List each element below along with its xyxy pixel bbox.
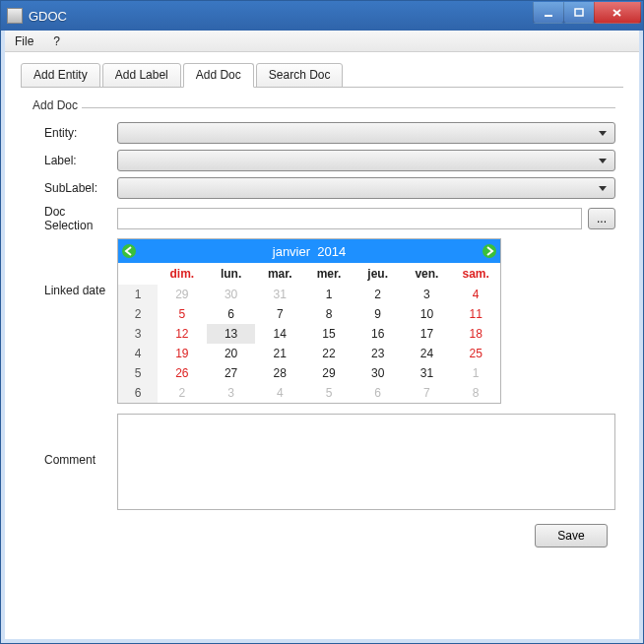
cal-day-cell[interactable]: 17 (403, 324, 452, 344)
maximize-button[interactable] (563, 2, 595, 24)
cal-week-number: 4 (118, 344, 158, 363)
cal-day-cell[interactable]: 5 (158, 304, 207, 324)
cal-day-cell[interactable]: 9 (354, 304, 403, 324)
cal-day-header: mar. (255, 263, 304, 285)
menubar: File ? (5, 31, 639, 52)
cal-day-cell[interactable]: 18 (451, 324, 500, 344)
app-window: GDOC File ? Add Entity Add Label Add Doc… (0, 0, 644, 644)
browse-button[interactable]: ... (588, 208, 615, 229)
panel-title: Add Doc (29, 98, 82, 112)
tab-add-doc[interactable]: Add Doc (183, 63, 254, 88)
titlebar[interactable]: GDOC (1, 1, 643, 31)
cal-day-cell[interactable]: 7 (403, 383, 452, 403)
sublabel-combo[interactable] (117, 177, 615, 199)
cal-day-header: ven. (403, 263, 452, 285)
cal-year: 2014 (317, 244, 346, 259)
cal-week-number: 5 (118, 363, 158, 383)
cal-day-cell[interactable]: 12 (158, 324, 207, 344)
cal-week-number: 2 (118, 304, 158, 324)
cal-month: janvier (273, 244, 310, 259)
cal-day-cell[interactable]: 7 (255, 304, 304, 324)
entity-label: Entity: (29, 126, 117, 140)
cal-next-button[interactable] (479, 240, 500, 262)
cal-day-cell[interactable]: 1 (451, 363, 500, 383)
cal-day-cell[interactable]: 29 (158, 285, 207, 304)
cal-day-cell[interactable]: 23 (354, 344, 403, 363)
cal-day-cell[interactable]: 27 (207, 363, 256, 383)
cal-day-cell[interactable]: 10 (403, 304, 452, 324)
cal-day-cell[interactable]: 30 (354, 363, 403, 383)
cal-day-cell[interactable]: 19 (158, 344, 207, 363)
tab-add-entity[interactable]: Add Entity (21, 63, 100, 88)
cal-day-cell[interactable]: 4 (451, 285, 500, 304)
cal-day-cell[interactable]: 30 (207, 285, 256, 304)
window-title: GDOC (29, 9, 534, 24)
cal-day-header: mer. (304, 263, 354, 285)
cal-day-cell[interactable]: 13 (207, 324, 256, 344)
docsel-label: Doc Selection (29, 205, 117, 232)
cal-day-cell[interactable]: 2 (354, 285, 403, 304)
cal-prev-button[interactable] (118, 240, 140, 262)
menu-file[interactable]: File (5, 32, 43, 50)
minimize-button[interactable] (533, 2, 564, 24)
tab-search-doc[interactable]: Search Doc (256, 63, 344, 88)
cal-day-cell[interactable]: 3 (207, 383, 256, 403)
cal-day-cell[interactable]: 5 (304, 383, 354, 403)
svg-rect-0 (545, 15, 552, 17)
cal-day-cell[interactable]: 20 (207, 344, 256, 363)
cal-day-header: jeu. (354, 263, 403, 285)
cal-day-cell[interactable]: 25 (451, 344, 500, 363)
linkeddate-label: Linked date (29, 238, 117, 297)
save-button[interactable]: Save (535, 524, 608, 547)
cal-week-number: 3 (118, 324, 158, 344)
tab-add-label[interactable]: Add Label (102, 63, 181, 88)
cal-day-cell[interactable]: 8 (304, 304, 354, 324)
cal-day-cell[interactable]: 6 (354, 383, 403, 403)
cal-weeknum-header (118, 263, 158, 285)
cal-day-cell[interactable]: 21 (255, 344, 304, 363)
cal-day-cell[interactable]: 1 (304, 285, 354, 304)
cal-day-cell[interactable]: 8 (451, 383, 500, 403)
cal-day-header: lun. (207, 263, 256, 285)
cal-day-cell[interactable]: 14 (255, 324, 304, 344)
cal-week-number: 1 (118, 285, 158, 304)
docsel-input[interactable] (117, 208, 582, 229)
label-label: Label: (29, 154, 117, 167)
cal-day-cell[interactable]: 31 (403, 363, 452, 383)
cal-day-cell[interactable]: 26 (158, 363, 207, 383)
label-combo[interactable] (117, 150, 615, 171)
tabstrip: Add Entity Add Label Add Doc Search Doc (21, 62, 623, 88)
calendar: janvier 2014 dim.lun.mar.mer.jeu.ven.sam… (117, 238, 501, 404)
cal-day-header: dim. (158, 263, 207, 285)
cal-day-cell[interactable]: 11 (451, 304, 500, 324)
cal-day-cell[interactable]: 29 (304, 363, 354, 383)
svg-rect-1 (575, 9, 583, 16)
cal-day-cell[interactable]: 31 (255, 285, 304, 304)
app-icon (7, 8, 23, 24)
cal-day-cell[interactable]: 22 (304, 344, 354, 363)
entity-combo[interactable] (117, 122, 615, 144)
cal-day-cell[interactable]: 6 (207, 304, 256, 324)
cal-week-number: 6 (118, 383, 158, 403)
comment-label: Comment (29, 414, 117, 467)
cal-day-header: sam. (451, 263, 500, 285)
svg-point-4 (122, 244, 136, 258)
menu-help[interactable]: ? (43, 32, 70, 50)
cal-day-cell[interactable]: 4 (255, 383, 304, 403)
cal-day-cell[interactable]: 3 (403, 285, 452, 304)
cal-day-cell[interactable]: 28 (255, 363, 304, 383)
svg-point-5 (483, 244, 496, 258)
cal-title[interactable]: janvier 2014 (140, 244, 479, 259)
cal-day-cell[interactable]: 24 (403, 344, 452, 363)
cal-day-cell[interactable]: 16 (354, 324, 403, 344)
sublabel-label: SubLabel: (29, 181, 117, 195)
cal-day-cell[interactable]: 2 (158, 383, 207, 403)
cal-day-cell[interactable]: 15 (304, 324, 354, 344)
comment-textarea[interactable] (117, 414, 615, 510)
close-button[interactable] (594, 2, 641, 24)
